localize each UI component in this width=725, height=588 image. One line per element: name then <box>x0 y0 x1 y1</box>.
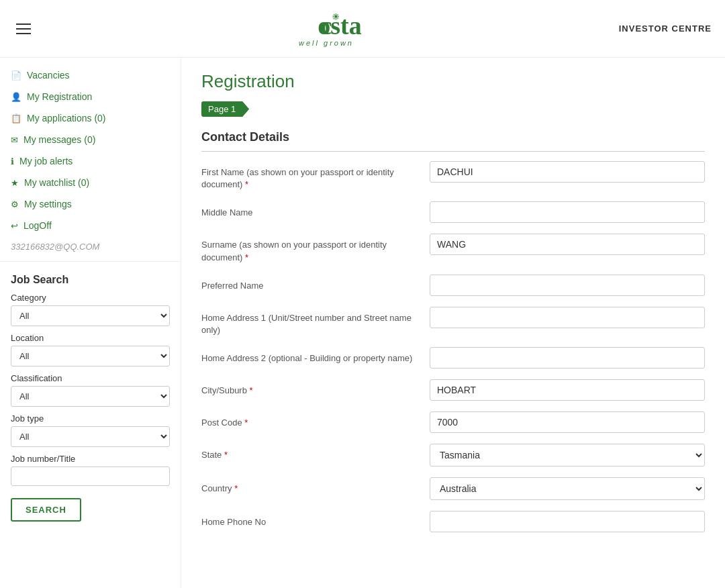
post-code-label: Post Code * <box>201 411 416 429</box>
sidebar-item-my-settings[interactable]: ⚙ My settings <box>0 193 181 215</box>
job-type-group: Job type All <box>11 413 170 447</box>
sidebar-item-my-messages[interactable]: ✉ My messages (0) <box>0 129 181 150</box>
location-select[interactable]: All <box>11 346 170 366</box>
city-suburb-label: City/Suburb * <box>201 379 416 397</box>
sidebar-item-my-watchlist[interactable]: ★ My watchlist (0) <box>0 172 181 193</box>
sidebar-divider <box>0 261 181 262</box>
logo: c osta ☀ well grown <box>273 9 380 49</box>
page-badge: Page 1 <box>201 101 249 117</box>
country-label: Country * <box>201 477 416 495</box>
job-number-input[interactable] <box>11 467 170 486</box>
page-title: Registration <box>201 71 705 92</box>
post-code-input[interactable] <box>430 411 705 433</box>
classification-group: Classification All <box>11 373 170 407</box>
star-icon: ★ <box>11 178 19 188</box>
job-type-select[interactable]: All <box>11 426 170 447</box>
main-layout: 📄 Vacancies 👤 My Registration 📋 My appli… <box>0 58 725 588</box>
city-suburb-row: City/Suburb * <box>201 379 705 401</box>
first-name-row: First Name (as shown on your passport or… <box>201 161 705 191</box>
job-search-section: Job Search Category All Location All Cla… <box>0 266 181 530</box>
middle-name-input[interactable] <box>430 201 705 223</box>
sidebar: 📄 Vacancies 👤 My Registration 📋 My appli… <box>0 58 181 588</box>
classification-select[interactable]: All <box>11 386 170 407</box>
city-suburb-required-marker: * <box>250 385 253 395</box>
costa-logo-svg: c osta ☀ well grown <box>273 9 380 49</box>
main-content: Registration Page 1 Contact Details Firs… <box>181 58 725 588</box>
sidebar-email: 332166832@QQ.COM <box>0 236 181 257</box>
user-icon: 👤 <box>11 92 21 102</box>
post-code-row: Post Code * <box>201 411 705 433</box>
info-icon: ℹ <box>11 156 14 166</box>
first-name-label: First Name (as shown on your passport or… <box>201 161 416 191</box>
first-name-required-marker: * <box>245 179 248 189</box>
preferred-name-label: Preferred Name <box>201 275 416 292</box>
svg-text:☀: ☀ <box>332 12 339 21</box>
home-address2-input[interactable] <box>430 347 705 369</box>
state-required-marker: * <box>224 450 228 460</box>
job-type-label: Job type <box>11 413 170 424</box>
sidebar-item-logoff[interactable]: ↩ LogOff <box>0 215 181 236</box>
clipboard-icon: 📋 <box>11 113 21 124</box>
investor-centre-link[interactable]: INVESTOR CENTRE <box>619 23 712 34</box>
search-button[interactable]: SEARCH <box>11 498 81 522</box>
category-label: Category <box>11 293 170 303</box>
post-code-required-marker: * <box>244 418 248 428</box>
sidebar-item-my-applications[interactable]: 📋 My applications (0) <box>0 107 181 129</box>
logout-icon: ↩ <box>11 221 18 231</box>
city-suburb-input[interactable] <box>430 379 705 401</box>
job-search-title: Job Search <box>11 274 170 286</box>
category-group: Category All <box>11 293 170 326</box>
preferred-name-input[interactable] <box>430 275 705 296</box>
country-row: Country * AustraliaNew ZealandUnited Kin… <box>201 477 705 500</box>
surname-input[interactable] <box>430 234 705 255</box>
section-title: Contact Details <box>201 130 705 152</box>
home-address2-row: Home Address 2 (optional - Building or p… <box>201 347 705 369</box>
gear-icon: ⚙ <box>11 199 19 209</box>
state-select[interactable]: TasmaniaNew South WalesVictoriaQueenslan… <box>430 444 705 467</box>
hamburger-menu[interactable] <box>13 21 34 37</box>
home-phone-row: Home Phone No <box>201 511 705 532</box>
home-phone-label: Home Phone No <box>201 511 416 528</box>
svg-text:osta: osta <box>318 11 361 40</box>
middle-name-row: Middle Name <box>201 201 705 223</box>
job-number-group: Job number/Title <box>11 454 170 486</box>
location-label: Location <box>11 333 170 343</box>
sidebar-item-my-job-alerts[interactable]: ℹ My job alerts <box>0 150 181 172</box>
envelope-icon: ✉ <box>11 135 18 145</box>
sidebar-item-vacancies[interactable]: 📄 Vacancies <box>0 64 181 86</box>
surname-label: Surname (as shown on your passport or id… <box>201 234 416 263</box>
home-address2-label: Home Address 2 (optional - Building or p… <box>201 347 416 364</box>
header-left <box>13 21 34 37</box>
classification-label: Classification <box>11 373 170 383</box>
svg-text:well grown: well grown <box>299 39 354 47</box>
country-select[interactable]: AustraliaNew ZealandUnited KingdomUnited… <box>430 477 705 500</box>
file-icon: 📄 <box>11 70 21 81</box>
surname-row: Surname (as shown on your passport or id… <box>201 234 705 263</box>
job-number-label: Job number/Title <box>11 454 170 464</box>
location-group: Location All <box>11 333 170 366</box>
sidebar-item-my-registration[interactable]: 👤 My Registration <box>0 86 181 107</box>
state-label: State * <box>201 444 416 461</box>
first-name-input[interactable] <box>430 161 705 183</box>
home-address1-row: Home Address 1 (Unit/Street number and S… <box>201 307 705 336</box>
middle-name-label: Middle Name <box>201 201 416 219</box>
home-address1-label: Home Address 1 (Unit/Street number and S… <box>201 307 416 336</box>
preferred-name-row: Preferred Name <box>201 275 705 296</box>
surname-required-marker: * <box>245 252 248 262</box>
state-row: State * TasmaniaNew South WalesVictoriaQ… <box>201 444 705 467</box>
category-select[interactable]: All <box>11 305 170 326</box>
home-phone-input[interactable] <box>430 511 705 532</box>
header: c osta ☀ well grown INVESTOR CENTRE <box>0 0 725 58</box>
home-address1-input[interactable] <box>430 307 705 328</box>
country-required-marker: * <box>234 483 238 493</box>
